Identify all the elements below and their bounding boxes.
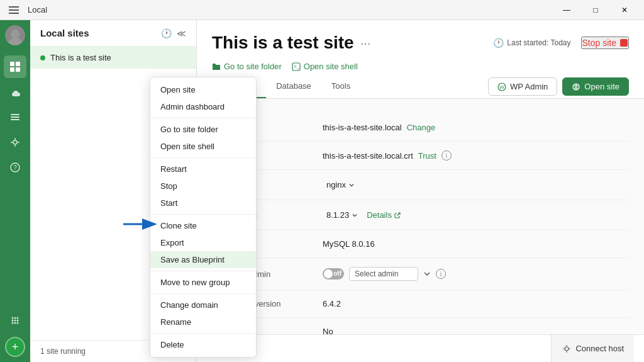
multisite-text: No <box>323 327 333 334</box>
minimize-button[interactable]: — <box>552 0 581 20</box>
wp-version-value: 6.4.2 <box>323 299 629 308</box>
database-text: MySQL 8.0.16 <box>323 239 375 249</box>
app-body: ? + Local sites 🕐 ≪ This is a test site … <box>0 20 644 362</box>
ctx-clone[interactable]: Clone site <box>150 217 256 234</box>
terminal-icon: >_ <box>292 62 301 71</box>
bottom-bar: Live Link Connect host <box>197 334 644 362</box>
page-title: This is a test site <box>212 33 354 53</box>
title-group: This is a test site ··· <box>212 33 370 53</box>
wp-admin-button[interactable]: W WP Admin <box>488 77 557 96</box>
ctx-rename[interactable]: Rename <box>150 314 256 331</box>
one-click-info-icon[interactable]: i <box>436 269 446 279</box>
tabs-row: Overview Database Tools W WP Admin Open … <box>212 75 629 98</box>
window-controls: — □ ✕ <box>552 0 639 20</box>
svg-point-19 <box>12 317 14 319</box>
nav-plugins-icon[interactable] <box>4 131 26 154</box>
ctx-stop[interactable]: Stop <box>150 178 256 195</box>
stop-site-label: Stop site <box>582 38 616 48</box>
stop-site-square-icon <box>620 39 628 47</box>
php-version-dropdown[interactable]: 8.1.23 <box>323 209 362 221</box>
web-server-dropdown[interactable]: nginx <box>323 179 358 191</box>
ctx-open-shell[interactable]: Open site shell <box>150 138 256 155</box>
sidebar-site-item[interactable]: This is a test site <box>30 47 196 69</box>
ctx-change-domain[interactable]: Change domain <box>150 297 256 314</box>
row-wp-version: WordPress version 6.4.2 <box>212 290 629 318</box>
nav-list-icon[interactable] <box>4 106 26 128</box>
ssl-info-icon[interactable]: i <box>441 150 452 161</box>
ctx-sep-2 <box>150 157 256 158</box>
connect-host-icon <box>562 344 572 354</box>
tab-database[interactable]: Database <box>266 75 321 98</box>
svg-text:W: W <box>499 84 504 90</box>
connect-host-button[interactable]: Connect host <box>551 335 634 363</box>
nav-grid-icon[interactable] <box>4 309 26 332</box>
folder-icon <box>212 62 221 71</box>
svg-rect-10 <box>11 116 19 118</box>
wp-admin-label: WP Admin <box>510 82 548 91</box>
svg-point-27 <box>17 322 19 324</box>
svg-point-20 <box>14 317 16 319</box>
open-site-icon <box>572 82 580 91</box>
ctx-restart[interactable]: Restart <box>150 161 256 178</box>
row-ssl: SSL this-is-a-test-site.local.crt Trust … <box>212 142 629 170</box>
title-row: This is a test site ··· 🕐 Last started: … <box>212 33 629 53</box>
ctx-sep-1 <box>150 118 256 118</box>
close-button[interactable]: ✕ <box>610 0 639 20</box>
avatar[interactable] <box>5 25 25 45</box>
nav-cloud-icon[interactable] <box>4 81 26 103</box>
nav-sites-icon[interactable] <box>4 55 26 78</box>
svg-point-22 <box>12 320 14 322</box>
main-content: This is a test site ··· 🕐 Last started: … <box>197 20 644 362</box>
header-right: 🕐 Last started: Today Stop site <box>493 37 629 49</box>
nav-help-icon[interactable]: ? <box>4 156 26 179</box>
chevron-down-icon <box>348 182 355 188</box>
ctx-export[interactable]: Export <box>150 234 256 251</box>
ctx-go-to-folder[interactable]: Go to site folder <box>150 121 256 138</box>
history-icon[interactable]: 🕐 <box>161 28 172 38</box>
sidebar-site-label: This is a test site <box>50 53 111 62</box>
collapse-icon[interactable]: ≪ <box>177 28 186 38</box>
ctx-save-blueprint[interactable]: Save as Blueprint <box>150 251 256 268</box>
context-menu: Open site Admin dashboard Go to site fol… <box>150 77 257 358</box>
svg-rect-7 <box>10 67 14 72</box>
maximize-button[interactable]: □ <box>581 0 610 20</box>
ctx-sep-5 <box>150 293 256 294</box>
running-count: 1 site running <box>40 347 86 356</box>
main-header: This is a test site ··· 🕐 Last started: … <box>197 20 644 99</box>
trust-ssl-link[interactable]: Trust <box>418 151 436 161</box>
toggle-knob <box>324 269 333 278</box>
ctx-move-group[interactable]: Move to new group <box>150 274 256 291</box>
svg-point-26 <box>14 322 16 324</box>
add-site-button[interactable]: + <box>5 337 25 357</box>
change-domain-link[interactable]: Change <box>407 123 436 132</box>
tab-tools[interactable]: Tools <box>321 75 360 98</box>
go-to-folder-link[interactable]: Go to site folder <box>212 58 282 75</box>
ctx-delete[interactable]: Delete <box>150 336 256 353</box>
ctx-admin-dashboard[interactable]: Admin dashboard <box>150 98 256 115</box>
php-details-link[interactable]: Details <box>367 210 401 220</box>
svg-rect-9 <box>11 114 19 115</box>
connect-host-label: Connect host <box>575 344 624 353</box>
sidebar-header: Local sites 🕐 ≪ <box>30 20 196 47</box>
open-site-button[interactable]: Open site <box>562 77 629 96</box>
title-more-button[interactable]: ··· <box>360 36 371 50</box>
site-status-dot <box>40 55 45 60</box>
app-title: Local <box>28 5 47 14</box>
clock-icon: 🕐 <box>493 38 504 48</box>
database-value: MySQL 8.0.16 <box>323 239 629 249</box>
header-action-buttons: W WP Admin Open site <box>488 77 629 96</box>
ctx-open-site[interactable]: Open site <box>150 81 256 98</box>
ctx-sep-6 <box>150 333 256 334</box>
row-one-click-admin: One-click admin off Select admin i <box>212 258 629 290</box>
multisite-value: No <box>323 327 629 334</box>
ctx-start[interactable]: Start <box>150 195 256 212</box>
menu-button[interactable] <box>5 1 23 19</box>
folder-link-label: Go to site folder <box>224 62 282 71</box>
open-shell-link[interactable]: >_ Open site shell <box>292 58 358 75</box>
svg-rect-0 <box>9 6 19 8</box>
web-server-value: nginx <box>323 179 629 191</box>
titlebar: Local — □ ✕ <box>0 0 644 20</box>
stop-site-button[interactable]: Stop site <box>581 37 629 49</box>
one-click-admin-toggle[interactable]: off <box>323 268 344 280</box>
select-admin-dropdown[interactable]: Select admin <box>349 267 418 281</box>
